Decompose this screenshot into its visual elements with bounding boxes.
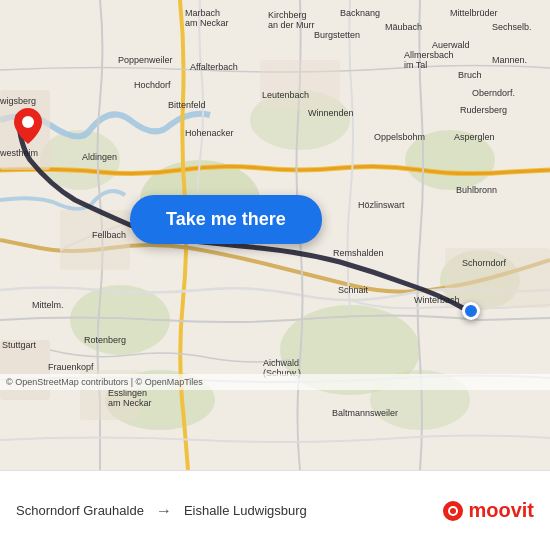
to-label: Eishalle Ludwigsburg [184, 503, 307, 518]
from-label: Schorndorf Grauhalde [16, 503, 144, 518]
route-info: Schorndorf Grauhalde → Eishalle Ludwigsb… [16, 502, 442, 520]
svg-rect-11 [60, 210, 130, 270]
destination-pin [462, 302, 480, 320]
take-me-there-button[interactable]: Take me there [130, 195, 322, 244]
moovit-logo: moovit [442, 499, 534, 522]
svg-rect-14 [445, 248, 550, 308]
map-container: Take me there Marbacham Neckar Backnang … [0, 0, 550, 470]
origin-pin [14, 108, 42, 148]
arrow-icon: → [156, 502, 172, 520]
svg-rect-15 [0, 340, 50, 400]
svg-point-4 [405, 130, 495, 190]
svg-point-19 [450, 508, 456, 514]
copyright-text: © OpenStreetMap contributors | © OpenMap… [0, 374, 550, 390]
svg-rect-13 [260, 60, 340, 110]
moovit-logo-icon [442, 500, 464, 522]
moovit-text: moovit [468, 499, 534, 522]
bottom-bar: Schorndorf Grauhalde → Eishalle Ludwigsb… [0, 470, 550, 550]
svg-point-16 [22, 116, 34, 128]
